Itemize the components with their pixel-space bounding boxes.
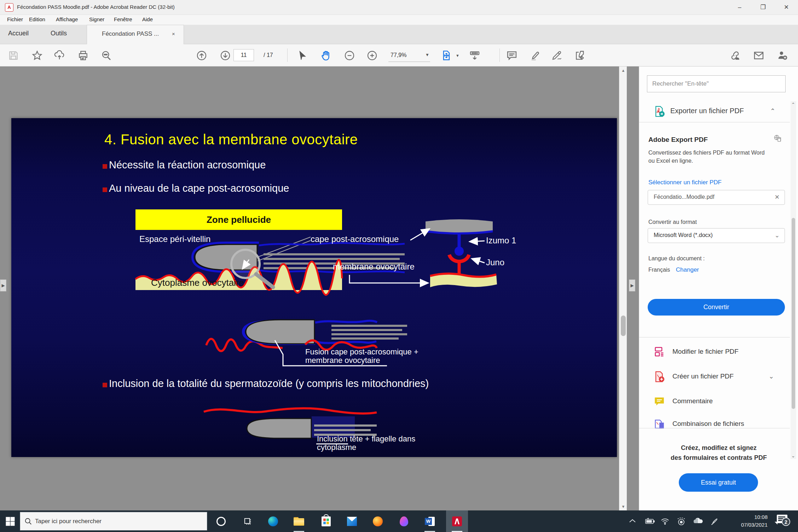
- title-bar: A Fécondation PASS Moodle.pdf - Adobe Ac…: [0, 0, 798, 15]
- menu-affichage[interactable]: Affichage: [56, 16, 78, 22]
- clock-date: 07/03/2021: [722, 521, 768, 529]
- scroll-down-icon[interactable]: ⌄: [791, 453, 795, 458]
- taskbar-clock[interactable]: 10:08 07/03/2021: [722, 513, 768, 529]
- fit-page-chevron-icon[interactable]: ▼: [456, 53, 459, 58]
- taskbar-explorer-icon[interactable]: [288, 510, 310, 532]
- convert-button[interactable]: Convertir: [648, 299, 785, 316]
- taskbar-edge-icon[interactable]: [262, 510, 284, 532]
- acrobat-app-icon: A: [5, 3, 13, 12]
- hide-toolbar-icon[interactable]: [469, 50, 480, 61]
- change-language-link[interactable]: Changer: [676, 266, 699, 273]
- maximize-button[interactable]: ❐: [751, 0, 775, 15]
- pen-icon[interactable]: [710, 517, 719, 527]
- chevron-up-icon[interactable]: ⌃: [770, 107, 775, 115]
- battery-icon[interactable]: [644, 517, 655, 527]
- document-language-label: Langue du document :: [648, 254, 705, 262]
- menu-edition[interactable]: Edition: [29, 16, 45, 22]
- slide-bullet-2: Au niveau de la cape post-acrosomique: [109, 183, 289, 194]
- menu-signer[interactable]: Signer: [89, 16, 104, 22]
- adobe-export-description: Convertissez des fichiers PDF au format …: [648, 149, 769, 165]
- zoom-out-icon[interactable]: [344, 50, 355, 61]
- sign-pen-icon[interactable]: [551, 50, 563, 61]
- format-select[interactable]: Microsoft Word (*.docx) ⌄: [648, 228, 785, 243]
- select-pdf-link[interactable]: Sélectionner un fichier PDF: [648, 179, 722, 186]
- edit-document-icon[interactable]: [574, 50, 586, 61]
- export-pdf-icon: [653, 105, 665, 119]
- minimize-button[interactable]: –: [728, 0, 751, 15]
- sidebar-search-input[interactable]: [647, 75, 786, 92]
- start-button[interactable]: [5, 516, 16, 528]
- zoom-level-control[interactable]: 77,9% ▼: [388, 49, 430, 62]
- fit-page-icon[interactable]: [441, 50, 452, 61]
- slide-title: 4. Fusion avec la membrane ovocytaire: [104, 132, 358, 148]
- tab-bar: Accueil Outils Fécondation PASS ... ×: [0, 25, 798, 44]
- scrollbar-thumb[interactable]: [621, 316, 626, 336]
- tray-expand-icon[interactable]: [629, 518, 636, 525]
- promo-line-1: Créez, modifiez et signez: [639, 444, 798, 452]
- taskbar-word-icon[interactable]: W: [419, 510, 441, 532]
- sidebar-scrollbar[interactable]: ⌃ ⌄: [791, 101, 796, 459]
- menu-fenetre[interactable]: Fenêtre: [114, 16, 132, 22]
- next-page-icon[interactable]: [220, 50, 231, 61]
- scroll-up-icon[interactable]: ⌃: [791, 102, 795, 107]
- meet-now-camera-icon[interactable]: [676, 517, 686, 527]
- select-cursor-icon[interactable]: [296, 50, 308, 61]
- scrollbar-thumb[interactable]: [792, 218, 795, 409]
- wifi-icon[interactable]: [660, 517, 670, 527]
- toolbar-divider: [499, 48, 500, 62]
- highlighter-icon[interactable]: [529, 50, 540, 61]
- taskbar-store-icon[interactable]: [315, 510, 337, 532]
- juno-label: Juno: [486, 258, 504, 267]
- free-trial-button[interactable]: Essai gratuit: [679, 473, 758, 492]
- export-pdf-section-header[interactable]: Exporter un fichier PDF ⌃: [639, 101, 790, 122]
- tab-outils[interactable]: Outils: [51, 30, 67, 37]
- page-number-input[interactable]: [233, 49, 254, 61]
- remove-file-icon[interactable]: ✕: [775, 193, 780, 201]
- taskbar-paint3d-icon[interactable]: [393, 510, 415, 532]
- tab-accueil[interactable]: Accueil: [8, 30, 29, 37]
- comment-icon[interactable]: [506, 50, 517, 61]
- zoom-in-icon[interactable]: [366, 50, 378, 61]
- right-pane-collapse-arrow[interactable]: ▶: [629, 279, 635, 291]
- sidebar-item-combine-files[interactable]: Combinaison de fichiers: [639, 415, 790, 434]
- search-icon[interactable]: [100, 50, 112, 61]
- onedrive-icon[interactable]: [692, 517, 704, 527]
- main-toolbar: / 17 77,9% ▼ ▼: [0, 44, 798, 66]
- taskbar-mail-icon[interactable]: [341, 510, 363, 532]
- taskbar-search-box[interactable]: Taper ici pour rechercher: [20, 512, 207, 531]
- email-icon[interactable]: [753, 50, 764, 61]
- left-pane-expand-arrow[interactable]: ▶: [0, 279, 6, 291]
- action-center-icon[interactable]: 2: [777, 515, 792, 529]
- share-link-icon[interactable]: [729, 50, 741, 61]
- close-button[interactable]: ✕: [775, 0, 798, 15]
- invite-person-icon[interactable]: [777, 50, 788, 61]
- menu-fichier[interactable]: Fichier: [7, 16, 23, 22]
- taskbar-cortana-icon[interactable]: [210, 510, 232, 532]
- share-upload-icon[interactable]: [54, 50, 65, 61]
- cytoplasme-ovocytaire-label: Cytoplasme ovocytaire: [151, 277, 244, 288]
- taskbar-acrobat-icon[interactable]: [446, 510, 468, 532]
- previous-page-icon[interactable]: [196, 50, 207, 61]
- scroll-down-icon[interactable]: ▼: [619, 504, 627, 509]
- adobe-export-title: Adobe Export PDF: [648, 136, 708, 144]
- menu-aide[interactable]: Aide: [142, 16, 153, 22]
- sidebar-item-comment[interactable]: Commentaire: [639, 393, 790, 411]
- save-icon[interactable]: [8, 50, 19, 61]
- chevron-down-icon[interactable]: ⌄: [769, 372, 774, 380]
- hand-tool-icon[interactable]: [320, 50, 331, 61]
- document-scrollbar[interactable]: ▲ ▼: [619, 66, 627, 510]
- tab-close-icon[interactable]: ×: [172, 31, 175, 37]
- zone-pellucide-label: Zone pellucide: [135, 209, 342, 230]
- print-icon[interactable]: [77, 50, 89, 61]
- scroll-up-icon[interactable]: ▲: [619, 68, 627, 73]
- sidebar-item-modify-pdf[interactable]: Modifier le fichier PDF: [639, 343, 790, 362]
- star-icon[interactable]: [31, 50, 43, 61]
- taskbar-taskview-icon[interactable]: [237, 510, 259, 532]
- fusion-label-line1: Fusion cape post-acrosomique +: [305, 347, 418, 357]
- online-service-icon: [773, 134, 782, 144]
- sidebar-item-create-pdf[interactable]: Créer un fichier PDF ⌄: [639, 368, 790, 386]
- tab-document[interactable]: Fécondation PASS ... ×: [87, 25, 184, 44]
- espace-perivitellin-label: Espace péri-vitellin: [139, 234, 210, 244]
- bullet-square: [103, 383, 107, 387]
- taskbar-firefox-icon[interactable]: [367, 510, 389, 532]
